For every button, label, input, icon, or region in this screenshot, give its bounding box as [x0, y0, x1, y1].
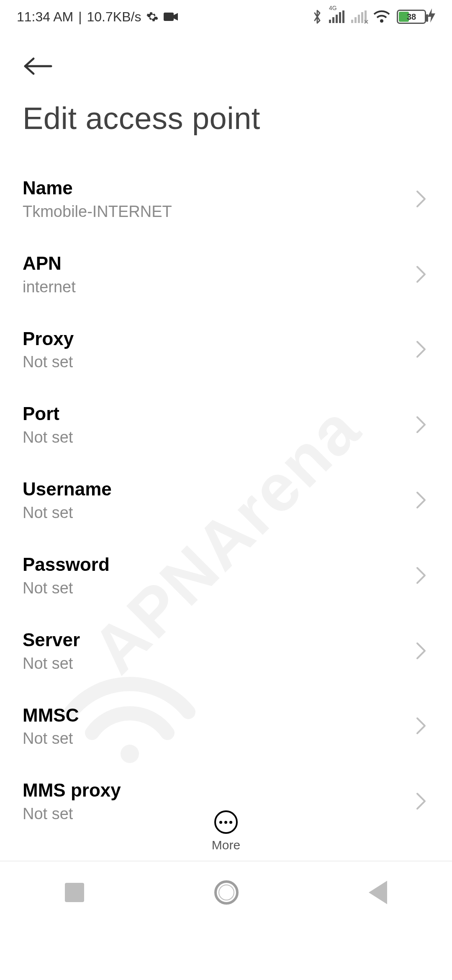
- field-name[interactable]: Name Tkmobile-INTERNET: [23, 161, 429, 237]
- field-port[interactable]: Port Not set: [23, 387, 429, 462]
- field-value: Not set: [23, 428, 413, 446]
- svg-rect-1: [164, 13, 174, 21]
- field-label: MMS proxy: [23, 779, 413, 802]
- arrow-left-icon: [23, 56, 53, 78]
- settings-list: Name Tkmobile-INTERNET APN internet Prox…: [0, 161, 452, 839]
- charging-icon: [428, 8, 435, 26]
- chevron-right-icon: [413, 566, 429, 585]
- more-label: More: [212, 838, 240, 852]
- circle-icon: [214, 880, 239, 905]
- cell-signal-1-icon: 4G: [329, 10, 344, 23]
- field-label: MMSC: [23, 704, 413, 727]
- field-value: Not set: [23, 353, 413, 371]
- field-value: Not set: [23, 504, 413, 522]
- status-netspeed: 10.7KB/s: [87, 9, 141, 25]
- field-proxy[interactable]: Proxy Not set: [23, 312, 429, 387]
- field-value: Not set: [23, 655, 413, 673]
- field-label: Port: [23, 403, 413, 425]
- nav-recent-button[interactable]: [65, 883, 84, 902]
- field-value: Not set: [23, 730, 413, 748]
- field-value: Tkmobile-INTERNET: [23, 203, 413, 221]
- field-apn[interactable]: APN internet: [23, 237, 429, 312]
- chevron-right-icon: [413, 340, 429, 358]
- svg-point-2: [380, 19, 383, 23]
- chevron-right-icon: [413, 491, 429, 509]
- status-time: 11:34 AM: [17, 9, 73, 25]
- nav-home-button[interactable]: [214, 880, 239, 905]
- square-icon: [65, 883, 84, 902]
- field-value: Not set: [23, 579, 413, 597]
- chevron-right-icon: [413, 190, 429, 208]
- triangle-left-icon: [369, 881, 387, 904]
- chevron-right-icon: [413, 792, 429, 810]
- nav-back-button[interactable]: [369, 881, 387, 904]
- field-value: internet: [23, 278, 413, 296]
- gear-icon: [146, 10, 159, 23]
- chevron-right-icon: [413, 415, 429, 434]
- field-label: Password: [23, 554, 413, 576]
- battery-icon: 38: [397, 8, 435, 26]
- video-icon: [164, 12, 178, 22]
- field-mmsc[interactable]: MMSC Not set: [23, 689, 429, 764]
- field-username[interactable]: Username Not set: [23, 462, 429, 538]
- status-bar: 11:34 AM | 10.7KB/s 4G: [0, 0, 452, 34]
- back-button[interactable]: [23, 50, 56, 84]
- chevron-right-icon: [413, 717, 429, 735]
- chevron-right-icon: [413, 265, 429, 284]
- page-title: Edit access point: [0, 88, 452, 161]
- field-label: Username: [23, 478, 413, 500]
- more-icon: [214, 810, 238, 834]
- system-nav-bar: [0, 861, 452, 923]
- field-password[interactable]: Password Not set: [23, 538, 429, 613]
- bluetooth-icon: [312, 9, 322, 24]
- wifi-icon: [373, 10, 390, 23]
- status-separator: |: [78, 9, 82, 25]
- field-label: APN: [23, 253, 413, 275]
- more-button[interactable]: More: [212, 810, 240, 852]
- chevron-right-icon: [413, 642, 429, 660]
- field-label: Server: [23, 629, 413, 651]
- field-label: Name: [23, 177, 413, 199]
- field-server[interactable]: Server Not set: [23, 613, 429, 689]
- field-label: Proxy: [23, 328, 413, 350]
- cell-signal-2-icon: [351, 10, 367, 23]
